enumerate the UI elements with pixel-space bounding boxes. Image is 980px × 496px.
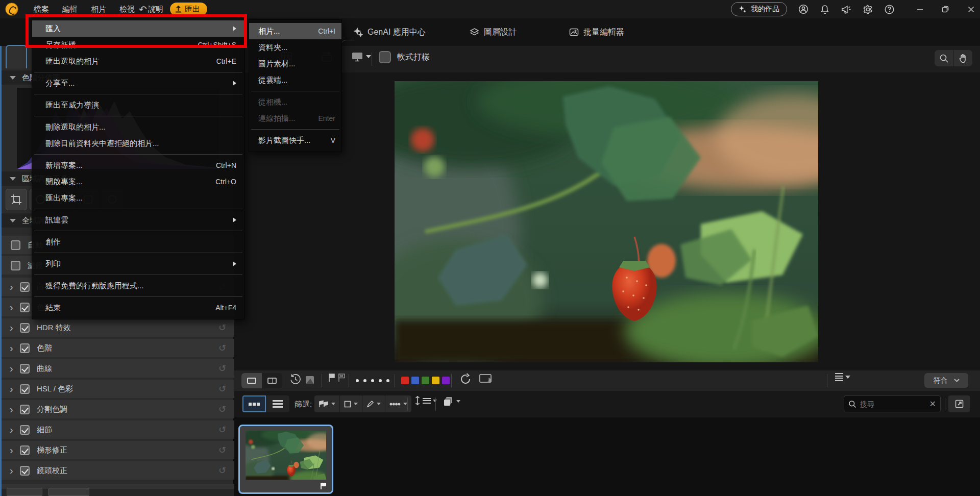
submenu-item[interactable]: 資料夾...	[249, 39, 341, 56]
file-menu-item[interactable]: 匯出至威力導演	[32, 97, 244, 113]
photo-thumbnail-selected[interactable]	[238, 425, 333, 494]
adjustment-row[interactable]: › 曲線 ↺	[2, 359, 234, 378]
minimize-button[interactable]	[915, 4, 925, 14]
tab-layer-design[interactable]: 圖層設計	[470, 18, 517, 46]
file-menu-item[interactable]: 匯入	[32, 20, 244, 37]
enabled-checkbox[interactable]	[20, 384, 30, 394]
my-works-button[interactable]: 我的作品	[731, 2, 787, 16]
rating-dot[interactable]	[356, 379, 359, 382]
sort-dropdown[interactable]	[414, 395, 437, 406]
submenu-item[interactable]: 從雲端...	[249, 72, 341, 88]
history-button[interactable]	[289, 373, 302, 385]
redo-icon[interactable]: ↷	[152, 4, 160, 15]
sort-order-button[interactable]	[835, 373, 850, 381]
file-menu-item[interactable]: 另存新檔... Ctrl+Shift+S	[32, 37, 244, 53]
expand-chevron-icon[interactable]: ›	[10, 404, 17, 414]
file-menu-item[interactable]: 匯出選取的相片 Ctrl+E	[32, 53, 244, 69]
file-menu-item[interactable]: 匯出專案...	[32, 190, 244, 206]
enabled-checkbox[interactable]	[20, 343, 30, 353]
restore-button[interactable]	[940, 4, 950, 14]
expand-chevron-icon[interactable]: ›	[10, 445, 17, 455]
reset-icon[interactable]: ↺	[218, 444, 226, 456]
announcements-icon[interactable]	[841, 4, 851, 14]
enabled-checkbox[interactable]	[20, 282, 30, 292]
account-icon[interactable]	[798, 4, 808, 14]
enabled-checkbox[interactable]	[20, 425, 30, 435]
enabled-checkbox[interactable]	[11, 240, 20, 250]
expand-chevron-icon[interactable]: ›	[10, 343, 17, 353]
color-label-swatch[interactable]	[422, 377, 429, 384]
adjustment-row[interactable]: › 分割色調 ↺	[2, 400, 234, 418]
search-input[interactable]	[860, 400, 926, 408]
display-mode-button[interactable]	[351, 51, 371, 62]
submenu-item[interactable]: 連線拍攝... Enter	[249, 110, 341, 127]
file-menu-item[interactable]: 分享至...	[32, 75, 244, 91]
expand-chevron-icon[interactable]: ›	[10, 323, 17, 333]
compare-view-button[interactable]	[262, 373, 282, 388]
adjustment-row[interactable]: › 細節 ↺	[2, 420, 234, 439]
enabled-checkbox[interactable]	[20, 466, 30, 476]
soft-proof-toggle[interactable]: 軟式打樣	[379, 51, 430, 63]
adjustment-row[interactable]: › 鏡頭校正 ↺	[2, 461, 234, 480]
rating-dot[interactable]	[371, 379, 374, 382]
rating-dot[interactable]	[379, 379, 382, 382]
help-icon[interactable]	[884, 4, 894, 14]
export-button[interactable]: 匯出	[170, 3, 207, 16]
submenu-item[interactable]: 影片截圖快手... V	[249, 132, 341, 148]
file-menu-item[interactable]: 開啟專案... Ctrl+O	[32, 173, 244, 190]
enabled-checkbox[interactable]	[20, 364, 30, 374]
file-menu-item[interactable]: 結束 Alt+F4	[32, 300, 244, 316]
adjustment-row[interactable]: › 色階 ↺	[2, 339, 234, 357]
settings-gear-icon[interactable]	[863, 4, 873, 14]
zoom-fit-dropdown[interactable]: 符合	[924, 373, 968, 388]
adjustment-row[interactable]: › 梯形修正 ↺	[2, 441, 234, 459]
color-label-swatch[interactable]	[432, 377, 439, 384]
menubar-item[interactable]: 相片	[88, 3, 109, 16]
stack-photos-dropdown[interactable]	[443, 395, 460, 407]
file-menu-item[interactable]: 新增專案... Ctrl+N	[32, 157, 244, 173]
open-in-new-window-button[interactable]	[948, 395, 970, 412]
color-label-swatch[interactable]	[442, 377, 450, 384]
file-menu-item[interactable]: 創作	[32, 234, 244, 250]
enabled-checkbox[interactable]	[20, 303, 30, 312]
reset-icon[interactable]: ↺	[218, 363, 226, 374]
partial-button[interactable]	[48, 488, 89, 496]
filter-label-dropdown[interactable]	[339, 395, 362, 412]
tab-genai-hub[interactable]: GenAI 應用中心	[354, 18, 426, 46]
rotate-right-button[interactable]	[459, 373, 472, 385]
menubar-item[interactable]: 檔案	[31, 3, 52, 16]
submenu-item[interactable]: 從相機...	[249, 94, 341, 110]
color-label-swatch[interactable]	[411, 377, 419, 384]
submenu-item[interactable]: 圖片素材...	[249, 56, 341, 72]
close-button[interactable]	[966, 4, 976, 14]
soft-proof-checkbox[interactable]	[379, 51, 391, 63]
menubar-item[interactable]: 檢視	[116, 3, 138, 16]
pan-hand-button[interactable]	[953, 50, 972, 66]
thumbnail-view-button[interactable]	[242, 395, 266, 412]
zoom-search-button[interactable]	[935, 50, 953, 66]
sidebar-tab-adjustment[interactable]	[6, 45, 27, 68]
adjustment-row[interactable]: › HSL / 色彩 ↺	[2, 380, 234, 398]
reset-icon[interactable]: ↺	[218, 404, 226, 415]
flag-reject-button[interactable]	[337, 373, 346, 382]
canvas-settings-button[interactable]	[479, 373, 493, 384]
expand-chevron-icon[interactable]: ›	[10, 425, 17, 435]
file-menu-item[interactable]: 刪除目前資料夾中遭拒絕的相片...	[32, 135, 244, 152]
reset-icon[interactable]: ↺	[218, 465, 226, 476]
adjustment-row[interactable]: › HDR 特效 ↺	[2, 318, 234, 337]
menubar-item[interactable]: 編輯	[59, 3, 81, 16]
flag-pick-button[interactable]	[328, 373, 336, 382]
expand-chevron-icon[interactable]: ›	[10, 302, 17, 312]
expand-chevron-icon[interactable]: ›	[10, 363, 17, 374]
filter-edited-dropdown[interactable]	[362, 395, 385, 412]
list-view-button[interactable]	[266, 395, 289, 412]
reset-icon[interactable]: ↺	[218, 383, 226, 394]
file-menu-item[interactable]: 列印	[32, 256, 244, 272]
submenu-item[interactable]: 相片... Ctrl+I	[249, 23, 341, 39]
reset-icon[interactable]: ↺	[218, 322, 226, 333]
expand-chevron-icon[interactable]: ›	[10, 384, 17, 394]
crop-tool-button[interactable]	[6, 189, 27, 210]
single-view-button[interactable]	[241, 373, 262, 388]
undo-icon[interactable]: ↶	[139, 4, 147, 15]
rating-dot[interactable]	[363, 379, 366, 382]
